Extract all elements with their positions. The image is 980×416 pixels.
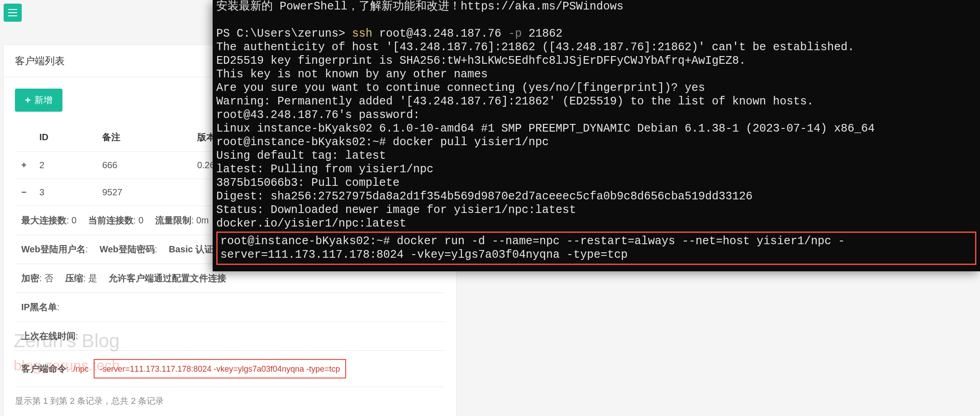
compress-label: 压缩 xyxy=(65,273,83,283)
terminal-prompt: PS C:\Users\zeruns> xyxy=(216,27,352,40)
record-count-info: 显示第 1 到第 2 条记录，总共 2 条记录 xyxy=(15,395,445,407)
add-button[interactable]: + 新增 xyxy=(15,89,62,112)
terminal-line: This key is not known by any other names xyxy=(216,68,488,81)
terminal-line: latest: Pulling from yisier1/npc xyxy=(216,163,433,176)
table-header-expand xyxy=(15,123,33,152)
terminal-line: ED25519 key fingerprint is SHA256:tW+h3L… xyxy=(216,54,746,67)
plus-icon: + xyxy=(25,95,31,106)
web-user-label: Web登陆用户名 xyxy=(21,244,86,254)
client-cmd-highlight-box: -server=111.173.117.178:8024 -vkey=ylgs7… xyxy=(94,359,347,378)
collapse-icon[interactable]: − xyxy=(15,179,33,206)
cell-id: 2 xyxy=(33,152,96,179)
detail-row-lastonline: 上次在线时间: xyxy=(15,322,445,351)
cell-remark: 666 xyxy=(96,152,191,179)
terminal-run-cmd: root@instance-bKyaks02:~# docker run -d … xyxy=(220,235,845,261)
terminal-line: root@43.248.187.76's password: xyxy=(216,109,420,122)
cell-id: 3 xyxy=(33,179,96,206)
terminal-line: The authenticity of host '[43.248.187.76… xyxy=(216,41,854,54)
hamburger-menu-button[interactable] xyxy=(4,4,22,22)
cur-conn-label: 当前连接数 xyxy=(88,215,133,225)
encrypt-label: 加密 xyxy=(21,273,39,283)
terminal-line: root@instance-bKyaks02:~# docker pull yi… xyxy=(216,136,549,149)
basic-auth-label: Basic 认证 xyxy=(169,244,214,254)
terminal-window[interactable]: 安装最新的 PowerShell，了解新功能和改进！https://aka.ms… xyxy=(213,0,980,271)
terminal-line: 安装最新的 PowerShell，了解新功能和改进！https://aka.ms… xyxy=(216,0,623,13)
detail-row-blacklist: IP黑名单: xyxy=(15,293,445,322)
cell-remark: 9527 xyxy=(96,179,191,206)
client-cmd-value: -server=111.173.117.178:8024 -vkey=ylgs7… xyxy=(100,364,340,373)
table-header-remark[interactable]: 备注 xyxy=(96,123,191,152)
terminal-highlight-box: root@instance-bKyaks02:~# docker run -d … xyxy=(216,232,976,265)
detail-row-cmd: 客户端命令: ./npc -server=111.173.117.178:802… xyxy=(15,351,445,387)
max-conn-label: 最大连接数 xyxy=(21,215,67,225)
terminal-line: Status: Downloaded newer image for yisie… xyxy=(216,203,576,217)
terminal-line: 3875b15066b3: Pull complete xyxy=(216,176,400,189)
allow-client-label: 允许客户端通过配置文件连接 xyxy=(109,273,226,283)
terminal-line: Are you sure you want to continue connec… xyxy=(216,81,705,95)
terminal-line: docker.io/yisier1/npc:latest xyxy=(216,217,406,230)
terminal-line: Warning: Permanently added '[43.248.187.… xyxy=(216,95,813,108)
client-cmd-label: 客户端命令 xyxy=(21,364,67,373)
terminal-line: Using default tag: latest xyxy=(216,149,386,162)
add-button-label: 新增 xyxy=(34,94,52,106)
terminal-line: Digest: sha256:27527975da8a2d1f354b569d9… xyxy=(216,190,752,203)
terminal-line: Linux instance-bKyaks02 6.1.0-10-amd64 #… xyxy=(216,122,875,135)
web-pass-label: Web登陆密码 xyxy=(100,244,155,254)
blacklist-label: IP黑名单 xyxy=(21,302,57,312)
expand-icon[interactable]: + xyxy=(15,152,33,179)
flow-limit-label: 流量限制 xyxy=(155,215,191,225)
last-online-label: 上次在线时间 xyxy=(21,331,76,341)
table-header-id[interactable]: ID xyxy=(33,123,96,152)
